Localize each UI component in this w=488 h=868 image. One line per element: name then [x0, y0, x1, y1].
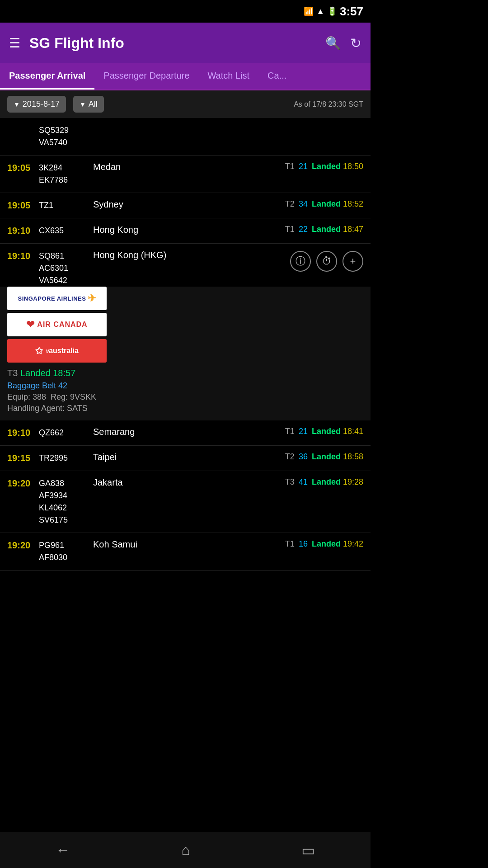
flight-row[interactable]: SQ5329 VA5740 [0, 118, 371, 156]
battery-icon: 🔋 [327, 6, 337, 16]
flight-status-area: T1 21 Landed 18:41 [285, 427, 363, 436]
airline-name: SINGAPORE AIRLINES [18, 295, 86, 302]
dropdown-icon: ▼ [14, 101, 20, 108]
landed-time: 19:42 [343, 539, 363, 548]
flight-row-expanded[interactable]: 19:10 SQ861 AC6301 VA5642 Hong Kong (HKG… [0, 244, 371, 420]
detail-terminal: T3 [7, 368, 20, 378]
flight-status: Landed [312, 162, 341, 171]
air-canada-logo: ❤ AIR CANADA [7, 313, 107, 336]
flight-row[interactable]: 19:20 PG961 AF8030 Koh Samui T1 16 Lande… [0, 533, 371, 571]
gate: 21 [299, 427, 308, 436]
flight-row[interactable]: 19:05 3K284 EK7786 Medan T1 21 Landed 18… [0, 156, 371, 193]
flight-time: 19:10 [7, 427, 34, 438]
gate: 21 [299, 162, 308, 171]
airline-name: 𝑣australia [46, 347, 79, 355]
flight-code: GA838 [39, 477, 89, 490]
dropdown-icon-2: ▼ [80, 101, 86, 108]
expanded-flight-detail: SINGAPORE AIRLINES ✈ ❤ AIR CANADA ✩ 𝑣aus… [0, 287, 371, 420]
flight-code: 3K284 [39, 162, 89, 174]
flight-status-area: T1 21 Landed 18:50 [285, 162, 363, 171]
flight-code: EK7786 [39, 174, 89, 186]
airline-logos: SINGAPORE AIRLINES ✈ ❤ AIR CANADA ✩ 𝑣aus… [7, 287, 363, 363]
flight-code: SQ5329 [39, 124, 89, 137]
terminal: T3 [285, 477, 295, 486]
flight-destination: Hong Kong [93, 225, 281, 235]
flight-time: 19:15 [7, 452, 34, 463]
landed-time: 18:50 [343, 162, 363, 171]
app-title: SG Flight Info [29, 35, 316, 52]
airline-name: AIR CANADA [37, 321, 87, 329]
gate: 36 [299, 452, 308, 461]
flight-row[interactable]: 19:20 GA838 AF3934 KL4062 SV6175 Jakarta… [0, 471, 371, 533]
flight-time: 19:20 [7, 477, 34, 489]
tab-watch-list[interactable]: Watch List [198, 63, 258, 90]
tab-passenger-departure[interactable]: Passenger Departure [94, 63, 198, 90]
flight-code: AF8030 [39, 552, 89, 564]
info-button[interactable]: ⓘ [290, 251, 311, 272]
flight-destination: Taipei [93, 452, 281, 462]
terminal: T1 [285, 225, 295, 234]
flight-destination: Jakarta [93, 477, 281, 488]
status-time: 3:57 [340, 5, 363, 19]
terminal: T1 [285, 162, 295, 171]
flight-codes: CX635 [39, 225, 89, 237]
terminal: T2 [285, 199, 295, 208]
flight-detail-status: T3 Landed 18:57 [7, 368, 363, 378]
flight-destination: Semarang [93, 427, 281, 437]
date-filter-label: 2015-8-17 [23, 99, 60, 109]
flight-time: 19:05 [7, 162, 34, 173]
tab-bar: Passenger Arrival Passenger Departure Wa… [0, 63, 371, 90]
tab-cargo[interactable]: Ca... [258, 63, 296, 90]
flight-row[interactable]: 19:05 TZ1 Sydney T2 34 Landed 18:52 [0, 193, 371, 218]
flight-destination: Medan [93, 162, 281, 172]
flight-code: CX635 [39, 225, 89, 237]
maple-leaf-icon: ❤ [26, 319, 34, 330]
flight-code: SQ861 [39, 250, 89, 262]
landed-time: 18:41 [343, 427, 363, 436]
flight-codes: SQ5329 VA5740 [39, 124, 89, 149]
back-button[interactable]: ← [56, 842, 70, 859]
flight-row[interactable]: 19:10 CX635 Hong Kong T1 22 Landed 18:47 [0, 218, 371, 244]
flight-row[interactable]: 19:10 QZ662 Semarang T1 21 Landed 18:41 [0, 420, 371, 446]
flight-codes: TR2995 [39, 452, 89, 464]
flight-destination: Koh Samui [93, 539, 281, 550]
tab-passenger-arrival[interactable]: Passenger Arrival [0, 63, 94, 90]
status-icons: 📶 ▲ 🔋 3:57 [304, 5, 363, 19]
history-button[interactable]: ⏱ [316, 251, 337, 272]
detail-status: Landed 18:57 [20, 368, 75, 378]
date-filter-button[interactable]: ▼ 2015-8-17 [7, 96, 66, 113]
landed-time: 19:28 [343, 477, 363, 486]
expanded-main-row: 19:10 SQ861 AC6301 VA5642 Hong Kong (HKG… [0, 244, 371, 287]
baggage-belt: Baggage Belt 42 [7, 381, 363, 391]
menu-icon[interactable]: ☰ [9, 36, 20, 51]
landed-time: 18:52 [343, 199, 363, 208]
search-icon[interactable]: 🔍 [325, 36, 341, 51]
flight-status: Landed [312, 225, 341, 234]
flight-time: 19:20 [7, 539, 34, 551]
filter-bar: ▼ 2015-8-17 ▼ All As of 17/8 23:30 SGT [0, 90, 371, 118]
home-button[interactable]: ⌂ [181, 842, 190, 859]
terminal: T1 [285, 427, 295, 436]
app-header: ☰ SG Flight Info 🔍 ↻ [0, 23, 371, 63]
flight-codes: SQ861 AC6301 VA5642 [39, 250, 89, 287]
flight-codes: GA838 AF3934 KL4062 SV6175 [39, 477, 89, 526]
flight-code: AC6301 [39, 262, 89, 274]
wing-icon: ✩ [35, 345, 43, 356]
flight-destination: Hong Kong (HKG) [93, 250, 286, 260]
flight-list: SQ5329 VA5740 19:05 3K284 EK7786 Medan T… [0, 118, 371, 607]
add-watchlist-button[interactable]: + [343, 251, 363, 272]
landed-time: 18:47 [343, 225, 363, 234]
flight-row[interactable]: 19:15 TR2995 Taipei T2 36 Landed 18:58 [0, 446, 371, 471]
flight-status: Landed [312, 539, 341, 548]
flight-code: QZ662 [39, 427, 89, 439]
flight-time: 19:05 [7, 199, 34, 211]
virgin-australia-logo: ✩ 𝑣australia [7, 339, 107, 363]
flight-time: 19:10 [7, 225, 34, 236]
refresh-icon[interactable]: ↻ [350, 35, 361, 51]
terminal: T2 [285, 452, 295, 461]
flight-status-area: T1 22 Landed 18:47 [285, 225, 363, 234]
handling-agent: Handling Agent: SATS [7, 404, 363, 413]
equip-reg: Equip: 388 Reg: 9VSKK [7, 392, 363, 402]
recent-apps-button[interactable]: ▭ [301, 842, 315, 859]
all-filter-button[interactable]: ▼ All [73, 96, 104, 113]
